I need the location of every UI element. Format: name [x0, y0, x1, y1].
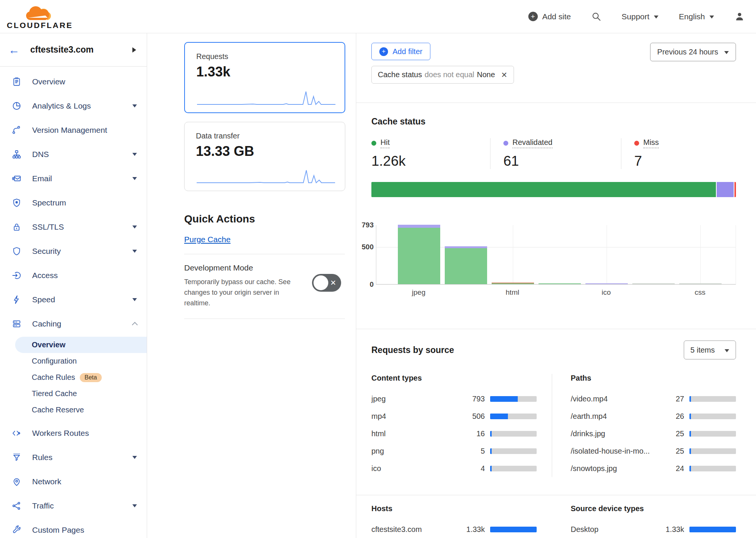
- branch-icon: [11, 125, 22, 135]
- sidebar-item-security[interactable]: Security: [0, 239, 147, 263]
- cache-status-section: Cache status Hit1.26kRevalidated61Miss7 …: [356, 103, 756, 330]
- sidebar: ← cftestsite3.com OverviewAnalytics & Lo…: [0, 33, 147, 538]
- search-button[interactable]: [591, 12, 601, 22]
- gridline: [700, 225, 701, 284]
- sidebar-nav: OverviewAnalytics & LogsVersion Manageme…: [0, 67, 147, 538]
- sidebar-item-spectrum[interactable]: Spectrum: [0, 191, 147, 215]
- pie-icon: [11, 101, 22, 111]
- sidebar-subitem-tiered-cache[interactable]: Tiered Cache: [0, 386, 147, 402]
- hosts-title: Hosts: [371, 504, 537, 513]
- sidebar-item-label: Security: [32, 247, 132, 256]
- sidebar-item-access[interactable]: Access: [0, 263, 147, 288]
- data-transfer-card[interactable]: Data transfer 13.33 GB: [184, 122, 345, 191]
- language-menu[interactable]: English: [679, 12, 714, 21]
- sidebar-subitem-label: Cache Rules: [32, 373, 75, 382]
- sidebar-item-caching[interactable]: Caching: [0, 312, 147, 336]
- clipboard-icon: [11, 77, 22, 87]
- card-label: Requests: [196, 52, 333, 61]
- access-icon: [11, 271, 22, 281]
- chevron-down-icon: [132, 250, 137, 253]
- development-mode-toggle[interactable]: ✕: [312, 274, 341, 292]
- sidebar-item-speed[interactable]: Speed: [0, 288, 147, 312]
- bolt-icon: [11, 295, 22, 305]
- sidebar-item-email[interactable]: Email: [0, 166, 147, 191]
- toggle-knob: [314, 275, 328, 290]
- row-value: 793: [461, 395, 485, 403]
- requests-card[interactable]: Requests 1.33k: [184, 42, 345, 113]
- source-device-types-title: Source device types: [571, 504, 736, 513]
- requests-by-source-title: Requests by source: [371, 345, 454, 355]
- quick-actions-title: Quick Actions: [184, 213, 345, 225]
- filter-value: None: [477, 70, 495, 79]
- purge-cache-link[interactable]: Purge Cache: [184, 235, 231, 244]
- sidebar-item-workers-routes[interactable]: Workers Routes: [0, 421, 147, 445]
- sidebar-item-ssl-tls[interactable]: SSL/TLS: [0, 215, 147, 239]
- row-value: 25: [660, 447, 684, 456]
- sidebar-item-analytics-logs[interactable]: Analytics & Logs: [0, 94, 147, 118]
- sidebar-item-label: DNS: [32, 150, 132, 159]
- row-bar: [490, 466, 537, 471]
- support-menu[interactable]: Support: [622, 12, 659, 21]
- x-axis-label: css: [695, 288, 706, 297]
- remove-filter-icon[interactable]: ✕: [501, 70, 508, 79]
- row-label: /earth.mp4: [571, 412, 660, 421]
- sidebar-subitem-cache-rules[interactable]: Cache RulesBeta: [0, 369, 147, 386]
- sidebar-item-dns[interactable]: DNS: [0, 142, 147, 166]
- sidebar-subitem-cache-reserve[interactable]: Cache Reserve: [0, 402, 147, 418]
- share-icon: [11, 501, 22, 511]
- legend-label[interactable]: Hit: [380, 138, 390, 148]
- time-range-dropdown[interactable]: Previous 24 hours: [650, 43, 736, 61]
- sidebar-item-network[interactable]: Network: [0, 470, 147, 494]
- row-label: jpeg: [371, 395, 461, 403]
- row-label: Desktop: [571, 525, 660, 534]
- requests-sparkline: [196, 89, 336, 106]
- sidebar-item-label: Custom Pages: [32, 526, 137, 535]
- add-filter-button[interactable]: + Add filter: [371, 43, 430, 60]
- paths-list: /video.mp427/earth.mp426/drinks.jpg25/is…: [571, 390, 736, 477]
- row-bar: [689, 448, 736, 454]
- row-bar: [490, 431, 537, 437]
- sidebar-item-traffic[interactable]: Traffic: [0, 494, 147, 518]
- sidebar-item-label: Email: [32, 174, 132, 183]
- chevron-down-icon: [724, 51, 729, 54]
- content-type-row: html16: [371, 425, 537, 442]
- host-row: cftestsite3.com1.33k: [371, 521, 537, 538]
- cache-status-chart: 7935000jpeghtmlicocss: [359, 225, 736, 303]
- sidebar-item-label: Speed: [32, 295, 132, 304]
- filter-chip[interactable]: Cache status does not equal None ✕: [371, 66, 514, 84]
- account-button[interactable]: [734, 11, 745, 22]
- sidebar-item-overview[interactable]: Overview: [0, 70, 147, 94]
- row-bar: [689, 466, 736, 471]
- development-mode-block: Development Mode Temporarily bypass our …: [184, 263, 345, 309]
- chart-plot-area: [376, 225, 736, 285]
- sidebar-item-custom-pages[interactable]: Custom Pages: [0, 518, 147, 538]
- legend-label[interactable]: Revalidated: [512, 138, 553, 148]
- x-axis-label: jpeg: [412, 288, 425, 297]
- chart-bar-css: [679, 283, 722, 284]
- path-row: /earth.mp426: [571, 407, 736, 425]
- add-site-button[interactable]: + Add site: [528, 12, 571, 21]
- cloudflare-cloud-icon: [23, 5, 56, 22]
- development-mode-description: Temporarily bypass our cache. See change…: [184, 277, 300, 309]
- devices-list: Desktop1.33k: [571, 521, 736, 538]
- data-transfer-sparkline: [196, 167, 336, 185]
- stacked-segment-hit: [371, 182, 716, 197]
- filter-field: Cache status: [378, 70, 422, 79]
- requests-by-source-section: Requests by source 5 items Content types…: [356, 329, 756, 495]
- sidebar-item-rules[interactable]: Rules: [0, 445, 147, 470]
- sidebar-item-label: Overview: [32, 77, 137, 86]
- sidebar-subitem-overview[interactable]: Overview: [15, 337, 147, 353]
- chevron-up-icon: [132, 322, 138, 328]
- legend-label[interactable]: Miss: [643, 138, 659, 148]
- sidebar-item-label: Rules: [32, 453, 132, 462]
- sidebar-subitem-configuration[interactable]: Configuration: [0, 353, 147, 369]
- sidebar-item-label: Spectrum: [32, 198, 137, 207]
- stat-value: 61: [503, 153, 621, 169]
- sidebar-item-version-management[interactable]: Version Management: [0, 118, 147, 142]
- chevron-right-icon[interactable]: [132, 47, 136, 53]
- plus-icon: +: [528, 12, 538, 21]
- x-axis-label: ico: [602, 288, 611, 297]
- lock-icon: [11, 222, 22, 232]
- back-arrow-icon[interactable]: ←: [8, 44, 20, 56]
- items-count-dropdown[interactable]: 5 items: [684, 341, 736, 359]
